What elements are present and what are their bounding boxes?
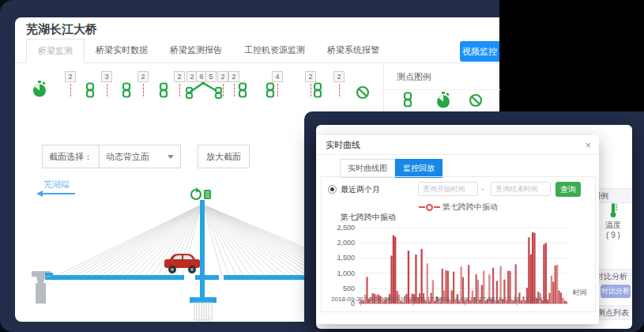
main-tabs: 桥梁监测桥梁实时数据桥梁监测报告工控机资源监测桥梁系统报警 (26, 39, 390, 62)
sensor-count-badge: 2 (333, 71, 345, 96)
section-select-label: 截面选择： (42, 145, 99, 168)
ban-icon (469, 93, 483, 108)
query-row: 最近两个月 - 查询 (322, 182, 595, 198)
foundation-cap (190, 297, 217, 303)
legend-circle-icon (426, 204, 433, 211)
thermometer-icon (608, 211, 618, 220)
x-axis-name: 时间 (573, 288, 587, 298)
start-time-input[interactable] (418, 182, 478, 196)
tab-2[interactable]: 桥梁实时数据 (85, 39, 159, 62)
chain-icon (85, 82, 96, 98)
temperature-count: ( 9 ) (594, 231, 632, 240)
radio-last-two-months[interactable] (328, 185, 337, 194)
modal-tabs: 实时曲线图 监控回放 (340, 159, 443, 178)
enlarge-section-button[interactable]: 放大截面 (198, 145, 250, 168)
sensor-count-badge: 2 (65, 71, 76, 96)
chart-title: 第七跨跨中振动 (341, 212, 396, 223)
abutment (32, 271, 51, 304)
tab-3[interactable]: 桥梁监测报告 (159, 39, 233, 62)
y-tick-label: 1,000 (337, 270, 355, 277)
section-select[interactable]: 动态背立面 (99, 145, 181, 168)
sensor-count-badge: 2 (137, 71, 149, 96)
sensor-count-badge: 2 (174, 71, 185, 96)
compare-analysis-button[interactable]: 对比分析 (601, 285, 631, 298)
video-monitor-button[interactable]: 视频监控 (460, 41, 499, 62)
sensor-count-badge: 5 (205, 71, 217, 82)
x-axis-ticks: 2018-09-30 16:01:442018-10-05 05:17:5420… (358, 296, 568, 305)
close-icon[interactable]: × (585, 135, 591, 155)
black-region (499, 0, 644, 112)
section-select-value: 动态背立面 (106, 151, 149, 163)
legend-line-icon (434, 206, 440, 208)
playback-panel: 最近两个月 - 查询 第七跨跨中振动 第七跨跨中振动 05001,0001,50… (321, 176, 596, 312)
y-tick-label: 1,500 (337, 254, 355, 262)
sensor-count-badge: 2 (217, 71, 228, 96)
vibration-chart: 05001,0001,5002,0002,500 2018-09-30 16:0… (322, 223, 595, 310)
gauge-icon (32, 81, 47, 98)
sensor-count-badge: 3 (101, 71, 112, 96)
tab-1[interactable]: 桥梁监测 (26, 39, 85, 63)
realtime-curve-modal: 实时曲线 × 实时曲线图 监控回放 最近两个月 - 查询 第七跨跨中振动 第七跨… (316, 135, 599, 324)
end-time-input[interactable] (491, 182, 551, 196)
x-tick-label: 2018-10-09 15:27:41 (435, 296, 494, 303)
chain-icon (312, 82, 323, 98)
page-title: 芜湖长江大桥 (26, 22, 97, 37)
legend-line-icon (419, 206, 425, 208)
tab-4[interactable]: 工控机资源监测 (233, 39, 316, 62)
x-tick-label: 2018-10-05 05:17:54 (384, 296, 443, 303)
query-button[interactable]: 查询 (555, 182, 581, 197)
y-tick-label: 2,000 (337, 239, 355, 247)
gauge-icon (435, 92, 451, 109)
tab-bar: 桥梁监测桥梁实时数据桥梁监测报告工控机资源监测桥梁系统报警 (15, 41, 499, 63)
temperature-label: 温度 (594, 220, 632, 231)
legend-label: 第七跨跨中振动 (443, 202, 498, 211)
radio-label: 最近两个月 (341, 184, 380, 195)
x-tick-label: 2018-09-30 16:01:44 (331, 296, 390, 303)
modal-title: 实时曲线 (326, 140, 360, 149)
chart-legend[interactable]: 第七跨跨中振动 (322, 202, 595, 213)
modal-header: 实时曲线 × (316, 135, 599, 155)
section-selector-row: 截面选择： 动态背立面 放大截面 (42, 145, 250, 168)
range-separator: - (481, 184, 484, 193)
temperature-item[interactable]: 温度 ( 9 ) (594, 202, 632, 240)
screen: 芜湖长江大桥 桥梁监测桥梁实时数据桥梁监测报告工控机资源监测桥梁系统报警 视频监… (0, 0, 644, 332)
chain-icon (121, 82, 132, 98)
bridge-tower (200, 200, 205, 298)
tab-monitor-playback[interactable]: 监控回放 (395, 159, 443, 178)
tab-5[interactable]: 桥梁系统报警 (316, 39, 390, 62)
car (164, 254, 200, 274)
sensor-strip: 232226522422 (15, 68, 396, 115)
y-tick-label: 500 (343, 285, 355, 292)
bridge-deck (195, 275, 219, 280)
chain-icon (265, 82, 276, 98)
deck-end (45, 273, 53, 276)
bridge-deck (45, 275, 184, 280)
chain-icon (158, 82, 169, 98)
y-tick-label: 2,500 (337, 224, 355, 232)
ban-icon (356, 85, 370, 100)
tab-realtime-curve[interactable]: 实时曲线图 (340, 159, 395, 178)
pile-group (194, 303, 212, 320)
chain-icon (237, 82, 248, 98)
chain-icon (402, 92, 413, 108)
legend-panel-title: 测点图例 (384, 62, 500, 90)
x-tick-label: 2018-10-15 11:03:41 (488, 296, 546, 303)
tower-top-sensor-icons (191, 187, 211, 199)
chevron-down-icon (168, 155, 174, 159)
